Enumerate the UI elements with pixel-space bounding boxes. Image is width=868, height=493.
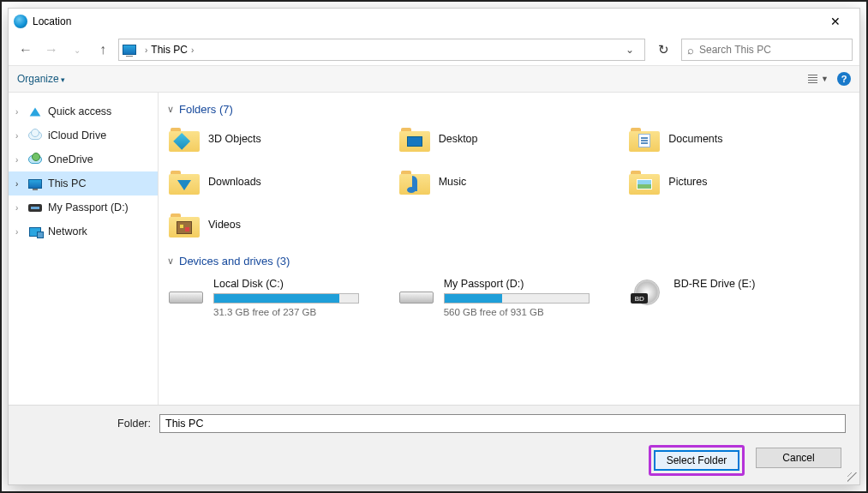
cloud-icon <box>27 128 43 143</box>
net-icon <box>27 224 43 239</box>
tree-item-quick-access[interactable]: › Quick access <box>9 99 158 123</box>
tree-item-label: Network <box>48 225 87 237</box>
star-icon <box>27 104 43 119</box>
organize-menu[interactable]: Organize <box>17 73 65 85</box>
help-button[interactable]: ? <box>837 72 851 86</box>
drive-local-disk-c-[interactable]: Local Disk (C:) 31.3 GB free of 237 GB <box>167 276 391 319</box>
chevron-right-icon[interactable]: › <box>15 227 27 237</box>
recent-dropdown[interactable]: ⌄ <box>67 39 87 60</box>
section-header-folders[interactable]: Folders (7) <box>167 103 851 116</box>
chevron-right-icon[interactable]: › <box>15 203 27 213</box>
back-button[interactable]: ← <box>15 39 36 60</box>
capacity-bar <box>444 293 590 304</box>
ext-icon <box>27 200 43 215</box>
chevron-right-icon[interactable]: › <box>15 155 27 165</box>
search-box[interactable]: ⌕ Search This PC <box>681 39 853 61</box>
chevron-right-icon[interactable]: › <box>188 45 197 55</box>
folder-icon <box>399 169 430 195</box>
search-placeholder: Search This PC <box>699 44 771 56</box>
tree-item-this-pc[interactable]: › This PC <box>9 171 158 195</box>
drive-label: My Passport (D:) <box>444 278 590 290</box>
drive-icon: BD <box>629 278 665 305</box>
folder-videos[interactable]: Videos <box>167 210 391 239</box>
drive-free-space: 31.3 GB free of 237 GB <box>213 307 359 317</box>
app-icon <box>14 15 27 28</box>
tree-item-icloud-drive[interactable]: › iCloud Drive <box>9 123 158 147</box>
address-dropdown[interactable]: ⌄ <box>619 44 641 56</box>
tree-item-label: OneDrive <box>48 153 93 165</box>
folder-icon <box>169 126 200 152</box>
view-options-button[interactable]: ▼ <box>808 75 829 84</box>
folder-icon <box>399 126 430 152</box>
chevron-right-icon[interactable]: › <box>15 179 27 189</box>
bottom-panel: Folder: Select Folder Cancel <box>9 405 859 484</box>
chevron-right-icon[interactable]: › <box>15 107 27 117</box>
folder-label: Desktop <box>439 133 478 145</box>
search-icon: ⌕ <box>687 44 694 57</box>
folder-icon <box>629 126 660 152</box>
folder-desktop[interactable]: Desktop <box>398 124 621 153</box>
folder-label: Music <box>439 176 467 188</box>
chevron-right-icon[interactable]: › <box>15 131 27 141</box>
drive-label: BD-RE Drive (E:) <box>673 278 755 290</box>
folder-label: Pictures <box>668 176 707 188</box>
tree-item-my-passport-d-[interactable]: › My Passport (D:) <box>9 195 158 219</box>
drive-icon <box>399 278 435 305</box>
onedrive-icon <box>27 152 43 167</box>
tree-item-label: My Passport (D:) <box>48 201 129 213</box>
refresh-button[interactable]: ↻ <box>650 39 676 61</box>
select-folder-button[interactable]: Select Folder <box>654 450 739 471</box>
folder-icon <box>169 169 200 195</box>
address-bar[interactable]: › This PC › ⌄ <box>118 39 645 61</box>
window-title: Location <box>33 15 71 27</box>
folder-icon <box>169 212 200 237</box>
drive-bd-re-drive-e-[interactable]: BD BD-RE Drive (E:) <box>627 276 851 319</box>
pc-icon <box>123 45 136 55</box>
folder-pictures[interactable]: Pictures <box>627 167 851 196</box>
close-button[interactable]: ✕ <box>817 9 854 34</box>
navigation-tree: › Quick access› iCloud Drive› OneDrive› … <box>9 93 159 405</box>
tree-item-label: This PC <box>48 177 86 189</box>
folder-label: Videos <box>208 219 241 231</box>
tree-item-onedrive[interactable]: › OneDrive <box>9 147 158 171</box>
breadcrumb-this-pc[interactable]: This PC <box>151 44 188 56</box>
capacity-bar <box>213 293 359 304</box>
resize-grip[interactable] <box>847 472 858 483</box>
folder-input[interactable] <box>159 414 846 433</box>
folder-field-label: Folder: <box>22 418 151 430</box>
content-pane: Folders (7) 3D Objects Desktop Documents… <box>159 93 859 405</box>
title-bar: Location ✕ <box>9 9 859 34</box>
pc-icon <box>27 176 43 191</box>
drive-icon <box>169 278 205 305</box>
navigation-bar: ← → ⌄ ↑ › This PC › ⌄ ↻ ⌕ Search This PC <box>9 34 859 65</box>
folder-icon <box>629 169 660 195</box>
section-header-drives[interactable]: Devices and drives (3) <box>167 255 851 268</box>
view-list-icon <box>808 75 817 84</box>
folder-documents[interactable]: Documents <box>627 124 851 153</box>
tree-item-label: Quick access <box>48 105 111 117</box>
up-button[interactable]: ↑ <box>93 39 113 60</box>
toolbar: Organize ▼ ? <box>9 65 859 93</box>
drive-my-passport-d-[interactable]: My Passport (D:) 560 GB free of 931 GB <box>398 276 621 319</box>
chevron-right-icon[interactable]: › <box>141 45 151 55</box>
folder-label: 3D Objects <box>208 133 261 145</box>
forward-button: → <box>41 39 62 60</box>
tree-item-network[interactable]: › Network <box>9 219 158 243</box>
drive-free-space: 560 GB free of 931 GB <box>444 307 590 317</box>
folder-label: Documents <box>668 133 722 145</box>
folder-downloads[interactable]: Downloads <box>167 167 391 196</box>
folder-label: Downloads <box>208 176 261 188</box>
folder-music[interactable]: Music <box>398 167 621 196</box>
tree-item-label: iCloud Drive <box>48 129 106 141</box>
folder-3d-objects[interactable]: 3D Objects <box>167 124 391 153</box>
drive-label: Local Disk (C:) <box>213 278 359 290</box>
cancel-button[interactable]: Cancel <box>756 448 841 468</box>
